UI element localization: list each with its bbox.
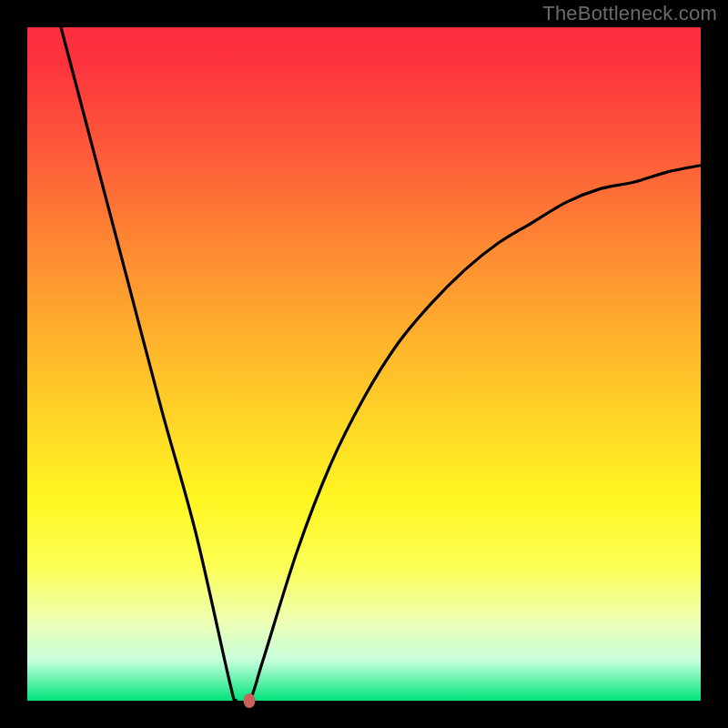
chart-frame: TheBottleneck.com xyxy=(0,0,728,728)
watermark-text: TheBottleneck.com xyxy=(542,2,717,25)
chart-gradient-background xyxy=(27,27,701,701)
optimal-point-marker xyxy=(244,693,256,708)
